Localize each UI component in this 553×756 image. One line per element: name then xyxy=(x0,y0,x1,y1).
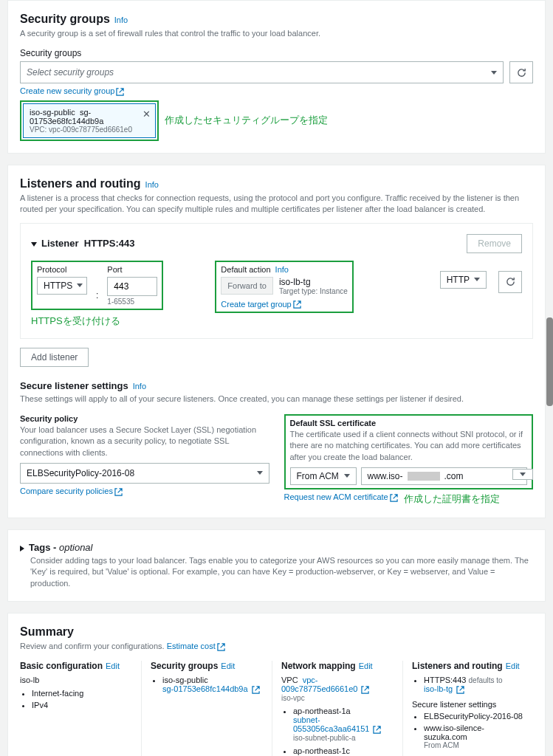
security-groups-panel: Security groupsInfo A security group is … xyxy=(7,0,546,154)
external-link-icon xyxy=(373,726,381,734)
refresh-button[interactable] xyxy=(498,271,522,293)
cert-annotation: 作成した証明書を指定 xyxy=(404,492,500,506)
http-select[interactable]: HTTP xyxy=(440,271,487,289)
estimate-cost-link[interactable]: Estimate cost xyxy=(167,642,225,650)
scrollbar-thumb[interactable] xyxy=(546,317,553,406)
remove-listener-button[interactable]: Remove xyxy=(467,234,522,253)
summary-title: Summary xyxy=(20,625,74,638)
sls-title: Secure listener settings xyxy=(20,380,128,391)
default-action-label: Default action xyxy=(221,265,270,274)
protocol-port-highlight: Protocol HTTPS : Port 1-65535 xyxy=(31,261,163,310)
lr-info-link[interactable]: Info xyxy=(145,180,159,189)
listeners-panel: Listeners and routingInfo A listener is … xyxy=(7,165,546,518)
default-action-highlight: Default actionInfo Forward to iso-lb-tg … xyxy=(215,261,353,314)
port-input[interactable] xyxy=(107,277,157,296)
sg-tag: iso-sg-public sg-01753e68fc144db9a VPC: … xyxy=(23,103,156,138)
refresh-button[interactable] xyxy=(509,61,533,83)
external-link-icon xyxy=(252,686,260,694)
external-link-icon xyxy=(390,494,398,502)
remove-tag-button[interactable]: ✕ xyxy=(142,109,151,120)
security-policy-select[interactable]: ELBSecurityPolicy-2016-08 xyxy=(20,463,269,484)
port-label: Port xyxy=(107,265,157,274)
sg-id-link[interactable]: sg-01753e68fc144db9a xyxy=(162,684,263,694)
edit-sg-link[interactable]: Edit xyxy=(221,662,235,670)
sp-label: Security policy xyxy=(20,414,269,423)
sg-title: Security groups xyxy=(20,13,110,25)
create-sg-link[interactable]: Create new security group xyxy=(20,86,533,96)
listener-header[interactable]: Listener HTTPS:443 xyxy=(31,238,134,249)
sls-desc: These settings will apply to all of your… xyxy=(20,394,533,405)
cert-highlight: Default SSL certificate The certificate … xyxy=(284,414,534,489)
create-tg-link[interactable]: Create target group xyxy=(221,300,347,309)
external-link-icon xyxy=(114,488,123,496)
subnet1-link[interactable]: subnet-0553056ca3aa64151 xyxy=(293,715,394,734)
external-link-icon xyxy=(293,300,301,309)
sg-select[interactable]: Select security groups xyxy=(20,61,504,83)
lr-annotation: HTTPSを受け付ける xyxy=(31,315,522,328)
cert-value-select[interactable]: www.iso-.com xyxy=(361,467,528,485)
sg-annotation: 作成したセキュリティグループを指定 xyxy=(165,114,328,127)
request-cert-link[interactable]: Request new ACM certificate xyxy=(284,492,398,502)
target-group-type: Target type: Instance xyxy=(279,287,348,295)
protocol-label: Protocol xyxy=(37,265,87,274)
cert-extra-select[interactable] xyxy=(512,469,533,480)
listener-box: Listener HTTPS:443 Remove Protocol HTTPS… xyxy=(20,223,533,340)
protocol-select[interactable]: HTTPS xyxy=(37,277,87,295)
edit-nm-link[interactable]: Edit xyxy=(359,662,373,670)
lr-title: Listeners and routing xyxy=(20,177,141,190)
edit-lr-link[interactable]: Edit xyxy=(506,662,520,670)
tags-header[interactable]: Tags - optional xyxy=(20,542,533,553)
caret-down-icon xyxy=(31,242,37,247)
cert-label: Default SSL certificate xyxy=(290,419,528,427)
chevron-down-icon xyxy=(520,472,526,476)
edit-bc-link[interactable]: Edit xyxy=(106,662,120,670)
sg-info-link[interactable]: Info xyxy=(114,16,128,24)
external-link-icon xyxy=(361,686,369,694)
external-link-icon xyxy=(217,643,225,651)
sg-desc: A security group is a set of firewall ru… xyxy=(20,28,533,39)
chevron-down-icon xyxy=(474,278,480,281)
forward-to-label: Forward to xyxy=(221,277,273,295)
lr-desc: A listener is a process that checks for … xyxy=(20,193,533,216)
tags-panel: Tags - optional Consider adding tags to … xyxy=(7,529,546,602)
target-group-name: iso-lb-tg xyxy=(279,277,348,287)
tags-desc: Consider adding tags to your load balanc… xyxy=(30,555,533,589)
tg-link[interactable]: iso-lb-tg xyxy=(424,684,524,694)
chevron-down-icon xyxy=(344,474,350,478)
sls-info-link[interactable]: Info xyxy=(133,382,146,391)
cert-source-select[interactable]: From ACM xyxy=(290,467,357,485)
sg-label: Security groups xyxy=(20,48,533,58)
chevron-down-icon xyxy=(77,284,83,287)
add-listener-button[interactable]: Add listener xyxy=(20,348,89,367)
chevron-down-icon xyxy=(257,471,263,475)
sg-highlight: iso-sg-public sg-01753e68fc144db9a VPC: … xyxy=(20,100,159,141)
chevron-down-icon xyxy=(491,71,497,75)
compare-policies-link[interactable]: Compare security policies xyxy=(20,487,269,496)
caret-right-icon xyxy=(20,546,24,551)
summary-panel: Summary Review and confirm your configur… xyxy=(7,613,546,756)
external-link-icon xyxy=(116,88,124,96)
external-link-icon xyxy=(456,686,464,694)
